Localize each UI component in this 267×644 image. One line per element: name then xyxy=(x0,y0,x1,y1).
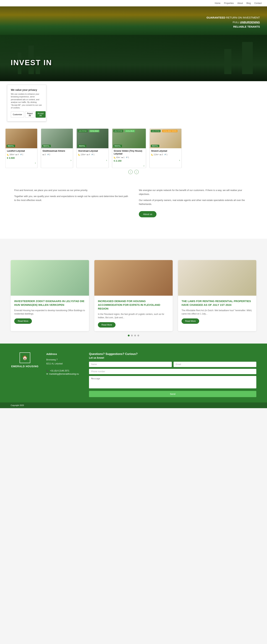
read-more-button[interactable]: Read More xyxy=(182,318,199,324)
about-p4: Our network of property owners, real est… xyxy=(139,198,253,206)
property-title: Strand Lelystad xyxy=(151,150,180,152)
property-title: Groene Velden (Tiny House) Lelystad xyxy=(114,150,144,155)
lelystad-badge: LELYSTAD xyxy=(114,130,123,132)
cookie-accept-button[interactable]: Accept All xyxy=(36,111,46,118)
property-baths: 🚿 1 xyxy=(164,154,168,156)
news-image xyxy=(11,260,89,296)
news-dot-4[interactable] xyxy=(138,335,139,336)
copyright-text: Copyright 2025 xyxy=(11,404,24,406)
news-card: INVESTEERDER ZOEKT EIGENAARS IN LELYSTAD… xyxy=(11,260,89,331)
cookie-body: We use cookies to enhance your browsing … xyxy=(11,93,42,109)
news-dot-1[interactable] xyxy=(128,335,130,336)
read-more-button[interactable]: Read More xyxy=(98,322,116,328)
available-badge: AVAILABLE xyxy=(125,130,135,132)
news-excerpt: Emerald Housing has expanded to develop … xyxy=(14,309,86,316)
property-image: RENTAL xyxy=(6,129,37,148)
properties-list: RENTAL Landfort Lelystad 📐 180m² 🛏 4 🚿 1… xyxy=(5,128,262,168)
property-image: RENTAL LELYSTAD AVAILABLE SOON xyxy=(150,129,182,148)
scroll-arrows: ‹ › xyxy=(5,168,262,176)
footer-form-subtitle: Let us know! xyxy=(89,356,256,359)
name-input[interactable] xyxy=(89,362,172,367)
lelystad-badge: LELYSTAD xyxy=(151,130,160,132)
nav-home[interactable]: Home xyxy=(215,2,220,4)
footer-address-title: Address xyxy=(46,352,82,356)
news-dots xyxy=(11,335,256,336)
email-input[interactable] xyxy=(174,362,256,367)
cookie-title: We value your privacy xyxy=(11,88,42,91)
cookie-customise-button[interactable]: Customise xyxy=(11,111,24,118)
nav-properties[interactable]: Properties xyxy=(224,2,234,4)
hero-section: GUARANTEED RETURN ON INVESTMENT FULL UNB… xyxy=(0,6,267,81)
hero-guarantee-text: GUARANTEED RETURN ON INVESTMENT FULL UNB… xyxy=(206,15,260,29)
footer-form-title: Questions? Suggestions? Curious? xyxy=(89,352,256,356)
spacer-2 xyxy=(0,239,267,253)
property-beds: 🛏 4 xyxy=(87,154,90,156)
property-image: RENTAL LELYSTAD AVAILABLE xyxy=(112,129,146,148)
property-info: Strand Lelystad 📐 113m² 🛏 3 🚿 1 xyxy=(150,148,182,158)
news-section: INVESTEERDER ZOEKT EIGENAARS IN LELYSTAD… xyxy=(0,253,267,344)
property-size: 📐 120m² xyxy=(78,154,86,156)
about-section: First and foremost, we place you and you… xyxy=(0,181,267,224)
rental-badge: RENTAL xyxy=(78,145,86,147)
property-card: RENTAL LELYSTAD AVAILABLE SOON Strand Le… xyxy=(150,128,182,168)
property-size: 📐 113m² xyxy=(151,154,158,156)
phone-input[interactable] xyxy=(89,369,256,374)
email-icon: ✉ xyxy=(46,373,48,375)
property-arrow[interactable]: › xyxy=(150,158,182,162)
phone-icon: 📞 xyxy=(46,370,49,372)
news-excerpt: The Affordable Rent Act (In Dutch: Wet b… xyxy=(182,309,253,316)
footer-city: 8211 AL Lelystad xyxy=(46,362,82,366)
property-meta: 🛏 3 🚿 2 xyxy=(42,154,72,156)
cookie-banner: We value your privacy We use cookies to … xyxy=(7,85,46,122)
news-dot-2[interactable] xyxy=(131,335,133,336)
property-price: € 2.150 xyxy=(114,160,144,162)
about-p3: We energise our ample network for the be… xyxy=(139,188,253,196)
news-card: INCREASED DEMAND FOR HOUSING ACCOMMODATI… xyxy=(94,260,173,331)
form-row-name-email xyxy=(89,362,256,367)
property-arrow[interactable]: › xyxy=(41,158,73,162)
footer: 🏠 EMERALD HOUSING Address Bronsweg 7 821… xyxy=(0,344,267,402)
news-body: INVESTEERDER ZOEKT EIGENAARS IN LELYSTAD… xyxy=(11,296,89,327)
property-beds: 🛏 4 xyxy=(16,154,19,156)
footer-phone: 📞 +31 (0) 6 2146 2571 xyxy=(46,370,82,372)
copyright-bar: Copyright 2025 xyxy=(0,402,267,408)
property-arrow[interactable]: › xyxy=(6,161,37,165)
property-price: € 3.500 xyxy=(7,157,36,159)
property-meta: 📐 180m² 🛏 4 🚿 1 xyxy=(7,154,36,156)
send-button[interactable]: Send xyxy=(89,391,256,397)
news-title: INCREASED DEMAND FOR HOUSING ACCOMMODATI… xyxy=(98,299,169,310)
lelystad-badge: LELYSTAD xyxy=(78,130,88,132)
property-title: Gieditsiastraat Almere xyxy=(42,150,72,152)
property-size: 📐 180m² xyxy=(7,154,14,156)
property-baths: 🚿 2 xyxy=(47,154,50,156)
property-baths: 🚿 1 xyxy=(126,156,129,158)
message-input[interactable] xyxy=(89,376,256,388)
about-p1: First and foremost, we place you and you… xyxy=(14,188,128,192)
nav-blog[interactable]: Blog xyxy=(246,2,251,4)
property-arrow[interactable]: › xyxy=(112,164,146,168)
property-info: Gieditsiastraat Almere 🛏 3 🚿 2 xyxy=(41,148,73,158)
property-info: Voorstraat Lelystad 📐 120m² 🛏 4 🚿 1 xyxy=(77,148,108,158)
news-body: THE LAWS FOR RENTING RESIDENTIAL PROPERT… xyxy=(178,296,256,327)
cookie-buttons: Customise Reject All Accept All xyxy=(11,111,42,118)
property-beds: 🛏 1 xyxy=(122,156,124,158)
cookie-reject-button[interactable]: Reject All xyxy=(25,111,34,118)
footer-street: Bronsweg 7 xyxy=(46,358,82,362)
news-dot-3[interactable] xyxy=(134,335,136,336)
property-arrow[interactable]: › xyxy=(77,158,108,162)
about-col-right: We energise our ample network for the be… xyxy=(139,188,253,217)
hero-main-text: INVEST IN xyxy=(11,58,52,67)
footer-logo-icon: 🏠 xyxy=(20,352,30,363)
about-col-left: First and foremost, we place you and you… xyxy=(14,188,128,217)
scroll-next-button[interactable]: › xyxy=(134,170,139,174)
scroll-prev-button[interactable]: ‹ xyxy=(128,170,132,174)
spacer-1 xyxy=(0,224,267,239)
read-more-button[interactable]: Read More xyxy=(14,318,32,324)
nav-contact[interactable]: Contact xyxy=(254,2,262,4)
property-card: RENTAL LELYSTAD AVAILABLE Groene Velden … xyxy=(112,128,146,168)
news-grid: INVESTEERDER ZOEKT EIGENAARS IN LELYSTAD… xyxy=(11,260,256,331)
footer-form: Questions? Suggestions? Curious? Let us … xyxy=(89,352,256,397)
news-image xyxy=(178,260,256,296)
about-us-button[interactable]: About us xyxy=(139,211,156,217)
nav-about[interactable]: About xyxy=(237,2,243,4)
